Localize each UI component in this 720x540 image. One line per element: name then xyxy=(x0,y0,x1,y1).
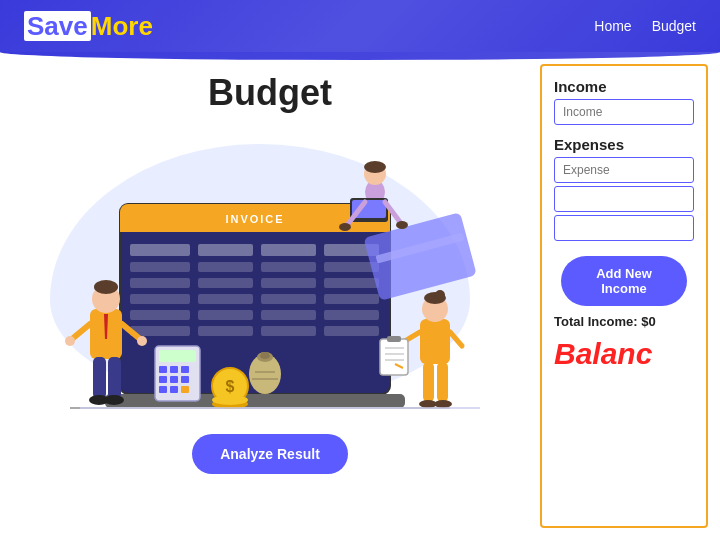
svg-line-44 xyxy=(72,324,90,339)
svg-rect-23 xyxy=(324,310,379,320)
svg-rect-79 xyxy=(380,339,408,375)
svg-rect-63 xyxy=(181,386,189,393)
svg-rect-56 xyxy=(170,366,178,373)
svg-rect-26 xyxy=(261,326,316,336)
svg-rect-19 xyxy=(324,294,379,304)
expenses-section: Expenses xyxy=(554,136,694,244)
svg-point-34 xyxy=(364,161,386,173)
balance-label: Balanc xyxy=(554,337,694,371)
illustration: INVOICE xyxy=(30,124,510,444)
nav-budget[interactable]: Budget xyxy=(652,18,696,34)
svg-rect-48 xyxy=(93,357,106,399)
svg-rect-62 xyxy=(170,386,178,393)
svg-line-85 xyxy=(450,332,462,346)
income-section-title: Income xyxy=(554,78,694,95)
total-income-label: Total Income: $0 xyxy=(554,314,694,329)
svg-rect-10 xyxy=(261,262,316,272)
svg-rect-4 xyxy=(130,244,190,256)
svg-rect-25 xyxy=(198,326,253,336)
expenses-section-title: Expenses xyxy=(554,136,694,153)
svg-rect-8 xyxy=(130,262,190,272)
svg-rect-55 xyxy=(159,366,167,373)
svg-point-39 xyxy=(339,223,351,231)
svg-rect-49 xyxy=(108,357,121,399)
svg-point-47 xyxy=(137,336,147,346)
svg-text:$: $ xyxy=(226,378,235,395)
svg-rect-21 xyxy=(198,310,253,320)
main-content: Budget INVOICE xyxy=(0,52,720,540)
illustration-svg: INVOICE xyxy=(30,124,510,444)
nav-home[interactable]: Home xyxy=(594,18,631,34)
right-panel: Income Expenses Add NewIncome Total Inco… xyxy=(540,64,708,528)
add-income-button[interactable]: Add NewIncome xyxy=(561,256,687,306)
svg-rect-60 xyxy=(181,376,189,383)
svg-rect-16 xyxy=(130,294,190,304)
svg-rect-22 xyxy=(261,310,316,320)
svg-rect-17 xyxy=(198,294,253,304)
page-title: Budget xyxy=(208,72,332,114)
logo: SaveMore xyxy=(24,11,153,42)
svg-text:INVOICE: INVOICE xyxy=(225,213,284,225)
income-input[interactable] xyxy=(554,99,694,125)
navigation: Home Budget xyxy=(594,18,696,34)
svg-point-43 xyxy=(94,280,118,294)
left-panel: Budget INVOICE xyxy=(0,52,540,540)
svg-point-77 xyxy=(435,290,445,300)
svg-rect-20 xyxy=(130,310,190,320)
income-section: Income xyxy=(554,78,694,128)
expenses-input-1[interactable] xyxy=(554,157,694,183)
svg-point-46 xyxy=(65,336,75,346)
expenses-input-3[interactable] xyxy=(554,215,694,241)
svg-rect-14 xyxy=(261,278,316,288)
svg-rect-80 xyxy=(387,336,401,342)
svg-rect-54 xyxy=(159,350,196,362)
svg-rect-13 xyxy=(198,278,253,288)
svg-rect-5 xyxy=(198,244,253,256)
svg-rect-27 xyxy=(324,326,379,336)
svg-rect-87 xyxy=(437,362,448,402)
svg-rect-74 xyxy=(420,319,450,364)
svg-point-89 xyxy=(434,400,452,408)
svg-rect-18 xyxy=(261,294,316,304)
svg-point-67 xyxy=(212,395,248,405)
svg-point-40 xyxy=(396,221,408,229)
svg-rect-57 xyxy=(181,366,189,373)
svg-rect-28 xyxy=(105,394,405,408)
svg-rect-6 xyxy=(261,244,316,256)
svg-rect-58 xyxy=(159,376,167,383)
svg-rect-9 xyxy=(198,262,253,272)
header: SaveMore Home Budget xyxy=(0,0,720,52)
svg-point-52 xyxy=(104,395,124,405)
svg-rect-59 xyxy=(170,376,178,383)
svg-rect-12 xyxy=(130,278,190,288)
svg-rect-86 xyxy=(423,362,434,402)
expenses-input-2[interactable] xyxy=(554,186,694,212)
svg-rect-15 xyxy=(324,278,379,288)
svg-rect-61 xyxy=(159,386,167,393)
svg-rect-71 xyxy=(261,352,269,358)
